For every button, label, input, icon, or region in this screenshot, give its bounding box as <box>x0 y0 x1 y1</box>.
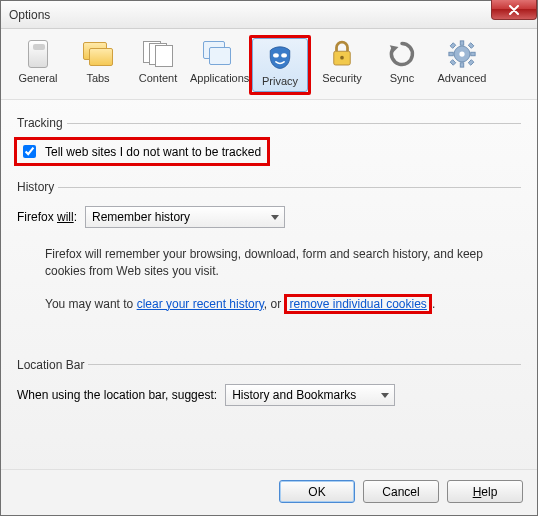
tab-label: Applications <box>190 72 246 84</box>
highlight-dnt: Tell web sites I do not want to be track… <box>14 137 270 166</box>
content-area: Tracking Tell web sites I do not want to… <box>1 100 537 469</box>
mask-icon <box>264 41 296 73</box>
svg-point-3 <box>340 56 344 60</box>
history-mode-row: Firefox will: Remember history <box>17 206 521 228</box>
category-toolbar: General Tabs Content Applications <box>1 29 537 100</box>
tab-label: Privacy <box>253 75 307 87</box>
ok-button[interactable]: OK <box>279 480 355 503</box>
svg-rect-6 <box>460 41 464 45</box>
history-hint: You may want to clear your recent histor… <box>45 294 511 314</box>
close-button[interactable] <box>491 0 537 20</box>
link-clear-history[interactable]: clear your recent history <box>137 297 264 311</box>
group-legend: History <box>17 180 58 194</box>
tab-general[interactable]: General <box>9 35 67 95</box>
group-location-bar: Location Bar When using the location bar… <box>17 358 521 412</box>
group-history: History Firefox will: Remember history F… <box>17 180 521 328</box>
svg-point-0 <box>273 53 279 57</box>
locationbar-select[interactable]: History and Bookmarks <box>225 384 395 406</box>
tab-label: Advanced <box>434 72 490 84</box>
locationbar-label: When using the location bar, suggest: <box>17 388 217 402</box>
folders-icon <box>82 38 114 70</box>
tab-applications[interactable]: Applications <box>189 35 247 95</box>
svg-rect-8 <box>449 52 453 56</box>
tab-sync[interactable]: Sync <box>373 35 431 95</box>
group-legend: Location Bar <box>17 358 88 372</box>
svg-rect-9 <box>471 52 475 56</box>
windows-icon <box>202 38 234 70</box>
dialog-buttons: OK Cancel Help <box>1 469 537 515</box>
do-not-track-label[interactable]: Tell web sites I do not want to be track… <box>45 145 261 159</box>
switch-icon <box>22 38 54 70</box>
group-legend: Tracking <box>17 116 67 130</box>
tab-label: Sync <box>374 72 430 84</box>
svg-point-5 <box>459 51 464 56</box>
do-not-track-checkbox[interactable] <box>23 145 36 158</box>
pages-icon <box>142 38 174 70</box>
options-dialog: Options General Tabs Content Application… <box>0 0 538 516</box>
titlebar: Options <box>1 1 537 29</box>
history-mode-label: Firefox will: <box>17 210 77 224</box>
tab-privacy[interactable]: Privacy <box>252 38 308 92</box>
tab-label: General <box>10 72 66 84</box>
svg-rect-11 <box>468 43 474 49</box>
highlight-privacy: Privacy <box>249 35 311 95</box>
svg-rect-10 <box>450 43 456 49</box>
locationbar-combo-wrap: History and Bookmarks <box>225 384 395 406</box>
history-description: Firefox will remember your browsing, dow… <box>45 246 511 280</box>
window-title: Options <box>9 8 50 22</box>
tab-tabs[interactable]: Tabs <box>69 35 127 95</box>
tab-label: Tabs <box>70 72 126 84</box>
locationbar-row: When using the location bar, suggest: Hi… <box>17 384 521 406</box>
sync-icon <box>386 38 418 70</box>
tab-security[interactable]: Security <box>313 35 371 95</box>
link-remove-cookies[interactable]: remove individual cookies <box>289 297 426 311</box>
svg-point-1 <box>281 53 287 57</box>
svg-rect-12 <box>450 60 456 66</box>
lock-icon <box>326 38 358 70</box>
history-description-block: Firefox will remember your browsing, dow… <box>45 246 511 314</box>
tab-advanced[interactable]: Advanced <box>433 35 491 95</box>
tab-label: Content <box>130 72 186 84</box>
tab-content[interactable]: Content <box>129 35 187 95</box>
help-button[interactable]: Help <box>447 480 523 503</box>
svg-rect-7 <box>460 63 464 67</box>
history-mode-select[interactable]: Remember history <box>85 206 285 228</box>
history-mode-combo-wrap: Remember history <box>85 206 285 228</box>
close-icon <box>508 5 520 15</box>
svg-rect-13 <box>468 60 474 66</box>
highlight-remove-cookies: remove individual cookies <box>284 294 431 314</box>
cancel-button[interactable]: Cancel <box>363 480 439 503</box>
tab-label: Security <box>314 72 370 84</box>
gear-icon <box>446 38 478 70</box>
group-tracking: Tracking Tell web sites I do not want to… <box>17 116 521 166</box>
